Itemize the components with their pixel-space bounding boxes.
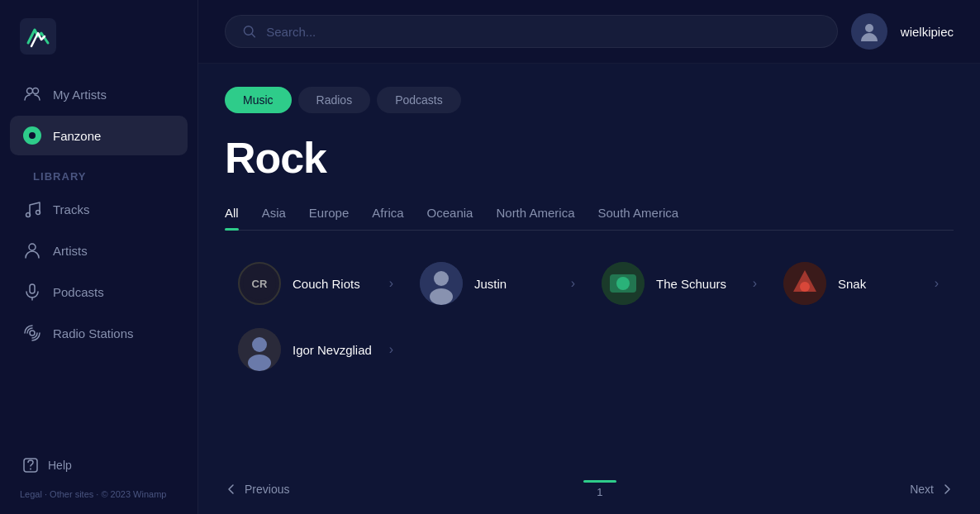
sidebar-item-podcasts[interactable]: Podcasts xyxy=(10,272,188,312)
sidebar-nav: My Artists Fanzone Library Tracks xyxy=(0,74,197,353)
mic-icon xyxy=(23,283,41,301)
region-tab-africa[interactable]: Africa xyxy=(372,199,403,230)
filter-tab-podcasts[interactable]: Podcasts xyxy=(377,87,461,113)
page-line xyxy=(583,480,616,483)
svg-point-2 xyxy=(33,88,39,94)
pagination: Previous 1 Next xyxy=(225,468,954,501)
genre-title: Rock xyxy=(225,136,954,179)
chevron-right-icon: › xyxy=(935,276,939,291)
sidebar-item-my-artists[interactable]: My Artists xyxy=(10,74,188,114)
artist-name: Justin xyxy=(474,277,559,291)
page-number: 1 xyxy=(597,486,602,498)
music-icon xyxy=(23,200,41,218)
artist-name: Couch Riots xyxy=(293,277,378,291)
next-button[interactable]: Next xyxy=(910,478,954,501)
person-icon xyxy=(23,241,41,259)
svg-point-5 xyxy=(29,244,36,250)
search-bar[interactable] xyxy=(225,15,838,48)
filter-tab-music[interactable]: Music xyxy=(225,87,292,113)
artist-name: Snak xyxy=(838,277,923,291)
page-indicator: 1 xyxy=(583,480,616,498)
svg-rect-6 xyxy=(30,284,35,293)
artist-name: Igor Nevzgliad xyxy=(293,343,378,357)
region-tab-oceania[interactable]: Oceania xyxy=(427,199,473,230)
svg-point-24 xyxy=(252,337,267,352)
chevron-right-icon: › xyxy=(571,276,575,291)
help-item[interactable]: Help xyxy=(20,453,178,478)
sidebar: My Artists Fanzone Library Tracks xyxy=(0,0,198,514)
svg-point-15 xyxy=(434,271,449,286)
sidebar-item-radio-stations[interactable]: Radio Stations xyxy=(10,313,188,353)
sidebar-item-label: Tracks xyxy=(53,202,89,217)
svg-point-25 xyxy=(248,355,271,371)
svg-point-4 xyxy=(36,211,40,215)
artist-avatar-the-schuurs xyxy=(602,262,645,305)
previous-label: Previous xyxy=(245,483,289,496)
region-tab-north-america[interactable]: North America xyxy=(496,199,574,230)
sidebar-item-fanzone[interactable]: Fanzone xyxy=(10,116,188,155)
sidebar-item-label: Fanzone xyxy=(53,129,101,143)
svg-point-3 xyxy=(26,213,31,217)
radio-icon xyxy=(23,324,41,342)
help-icon xyxy=(23,458,38,473)
next-label: Next xyxy=(910,483,934,496)
help-label: Help xyxy=(48,459,72,472)
username[interactable]: wielkipiec xyxy=(901,25,954,39)
region-tab-asia[interactable]: Asia xyxy=(262,199,286,230)
artist-avatar-igor-nevzgliad xyxy=(238,328,281,371)
svg-point-19 xyxy=(616,277,630,290)
chevron-right-icon: › xyxy=(389,276,393,291)
chevron-right-icon xyxy=(940,483,954,496)
sidebar-item-artists[interactable]: Artists xyxy=(10,231,188,270)
artists-row-1: CR Couch Riots › Justin xyxy=(225,250,954,316)
filter-tabs: Music Radios Podcasts xyxy=(225,87,954,113)
artist-name: The Schuurs xyxy=(656,277,741,291)
svg-point-22 xyxy=(800,282,810,292)
region-tab-south-america[interactable]: South America xyxy=(598,199,679,230)
legal-text: Legal · Other sites · © 2023 Winamp xyxy=(20,488,178,502)
library-section-label: Library xyxy=(10,157,188,188)
chevron-left-icon xyxy=(225,483,238,496)
artists-row-2: Igor Nevzgliad › xyxy=(225,316,954,383)
chevron-right-icon: › xyxy=(389,342,393,357)
artist-avatar-couch-riots: CR xyxy=(238,262,281,305)
artists-grid: CR Couch Riots › Justin xyxy=(225,250,954,383)
sidebar-item-label: Artists xyxy=(53,244,88,258)
search-input[interactable] xyxy=(266,25,821,39)
search-icon xyxy=(242,24,256,39)
region-tabs: All Asia Europe Africa Oceania North Ame… xyxy=(225,199,954,231)
region-tab-all[interactable]: All xyxy=(225,199,239,230)
previous-button[interactable]: Previous xyxy=(225,478,289,501)
svg-point-10 xyxy=(244,26,253,36)
sidebar-item-tracks[interactable]: Tracks xyxy=(10,189,188,229)
region-tab-europe[interactable]: Europe xyxy=(309,199,349,230)
svg-point-1 xyxy=(27,88,33,94)
sidebar-footer: Help Legal · Other sites · © 2023 Winamp xyxy=(0,453,197,502)
avatar[interactable] xyxy=(851,13,887,50)
chevron-right-icon: › xyxy=(753,276,757,291)
artist-item-the-schuurs[interactable]: The Schuurs › xyxy=(588,250,770,316)
fanzone-icon xyxy=(23,126,41,145)
svg-point-8 xyxy=(30,331,35,336)
main-content: wielkipiec Music Radios Podcasts Rock Al… xyxy=(198,0,980,514)
content-area: Music Radios Podcasts Rock All Asia Euro… xyxy=(198,64,980,514)
svg-point-11 xyxy=(865,24,873,32)
artist-item-couch-riots[interactable]: CR Couch Riots › xyxy=(225,250,407,316)
artist-avatar-snak xyxy=(783,262,826,305)
artist-item-justin[interactable]: Justin › xyxy=(407,250,588,316)
svg-point-16 xyxy=(430,288,453,305)
logo[interactable] xyxy=(0,0,197,74)
artist-item-igor-nevzgliad[interactable]: Igor Nevzgliad › xyxy=(225,316,407,383)
header: wielkipiec xyxy=(198,0,980,64)
sidebar-item-label: My Artists xyxy=(53,88,107,102)
svg-text:CR: CR xyxy=(252,278,268,290)
filter-tab-radios[interactable]: Radios xyxy=(298,87,371,113)
artist-avatar-justin xyxy=(420,262,463,305)
artist-item-snak[interactable]: Snak › xyxy=(770,250,952,316)
sidebar-item-label: Radio Stations xyxy=(53,326,134,340)
sidebar-item-label: Podcasts xyxy=(53,285,104,299)
users-icon xyxy=(23,85,41,103)
